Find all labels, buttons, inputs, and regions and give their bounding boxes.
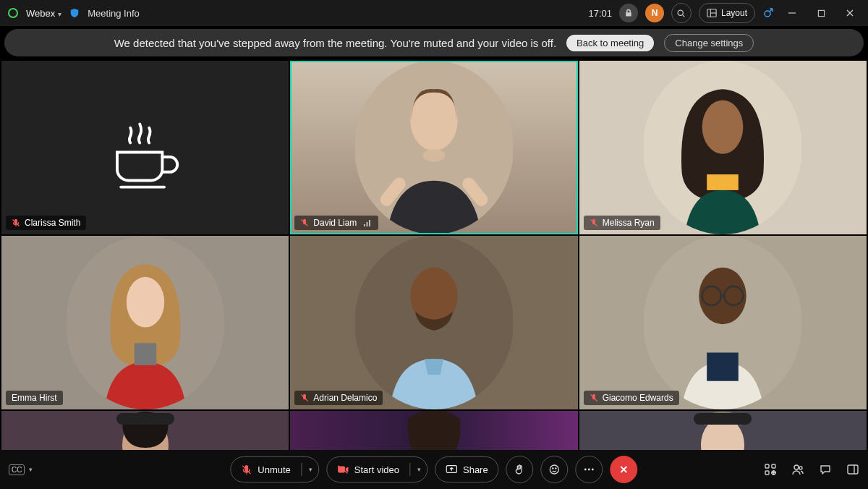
svg-rect-41 <box>116 413 174 425</box>
video-tile[interactable] <box>579 411 867 450</box>
window-minimize-icon[interactable] <box>781 7 803 19</box>
video-tile[interactable]: Clarissa Smith <box>1 61 289 234</box>
svg-rect-65 <box>848 465 858 474</box>
svg-point-0 <box>9 9 17 17</box>
video-tile[interactable]: Adrian Delamico <box>290 236 577 409</box>
svg-rect-44 <box>694 413 752 425</box>
participant-name: Emma Hirst <box>12 393 57 403</box>
window-maximize-icon[interactable] <box>810 7 832 19</box>
participant-nametag: Emma Hirst <box>6 391 63 405</box>
change-settings-button[interactable]: Change settings <box>664 34 754 52</box>
mic-muted-icon <box>590 218 598 227</box>
app-name[interactable]: Webex▾ <box>26 8 61 19</box>
chevron-down-icon[interactable]: ▾ <box>309 466 312 473</box>
search-icon[interactable] <box>671 3 692 23</box>
svg-point-52 <box>584 469 587 471</box>
mic-muted-icon <box>12 218 20 227</box>
mic-muted-icon <box>300 218 309 227</box>
participant-nametag: Melissa Ryan <box>584 216 660 230</box>
svg-point-1 <box>678 10 684 15</box>
closed-captions-button[interactable]: CC ▾ <box>9 464 33 475</box>
participant-name: David Liam <box>313 218 357 228</box>
svg-rect-59 <box>765 471 769 475</box>
raise-hand-button[interactable] <box>506 456 534 483</box>
participant-video-placeholder <box>354 61 514 234</box>
svg-point-54 <box>592 469 594 471</box>
layout-button[interactable]: Layout <box>699 3 755 23</box>
meeting-info-button[interactable]: Meeting Info <box>88 8 140 19</box>
signal-bars-icon <box>364 219 373 226</box>
svg-point-51 <box>556 468 556 469</box>
gender-icon[interactable] <box>762 7 774 19</box>
svg-point-17 <box>410 90 457 150</box>
svg-line-2 <box>683 14 684 16</box>
participant-name: Clarissa Smith <box>25 218 80 228</box>
share-button[interactable]: Share <box>435 456 499 482</box>
mic-muted-icon <box>300 394 309 402</box>
lock-icon[interactable] <box>619 4 638 22</box>
avatar[interactable]: N <box>645 4 664 22</box>
banner-message: We detected that you've stepped away fro… <box>114 37 556 49</box>
back-to-meeting-button[interactable]: Back to meeting <box>566 35 654 51</box>
participant-name: Adrian Delamico <box>313 393 377 403</box>
panel-icon[interactable] <box>846 464 859 475</box>
participant-video-placeholder <box>362 411 506 450</box>
participants-icon[interactable] <box>791 463 804 476</box>
video-tile[interactable] <box>290 411 577 450</box>
participant-video-placeholder <box>643 61 802 234</box>
away-coffee-icon <box>98 101 192 195</box>
leave-meeting-button[interactable] <box>610 456 638 483</box>
svg-point-28 <box>126 277 163 328</box>
svg-rect-11 <box>818 10 824 16</box>
participant-video-placeholder <box>73 411 218 450</box>
participant-nametag: Giacomo Edwards <box>584 391 679 405</box>
svg-rect-25 <box>707 174 739 190</box>
svg-rect-38 <box>707 352 739 380</box>
participant-nametag: Adrian Delamico <box>294 391 383 405</box>
svg-rect-21 <box>367 222 368 226</box>
participant-video-placeholder <box>354 236 514 409</box>
away-banner: We detected that you've stepped away fro… <box>4 29 864 56</box>
apps-icon[interactable] <box>764 463 777 476</box>
video-tile[interactable]: Emma Hirst <box>1 236 289 409</box>
svg-rect-29 <box>134 343 156 365</box>
unmute-button[interactable]: Unmute ▾ <box>230 456 319 482</box>
participant-nametag: David Liam <box>294 216 378 230</box>
video-grid: Clarissa Smith David Liam Meli <box>0 61 868 450</box>
mic-muted-icon <box>241 464 252 475</box>
chat-icon[interactable] <box>819 463 832 476</box>
svg-point-18 <box>423 149 446 161</box>
svg-point-49 <box>550 465 559 474</box>
participant-name: Melissa Ryan <box>603 218 655 228</box>
chevron-down-icon: ▾ <box>58 10 61 18</box>
participant-video-placeholder <box>66 236 225 409</box>
video-tile[interactable]: David Liam <box>290 61 577 234</box>
window-close-icon[interactable] <box>839 7 861 19</box>
svg-point-50 <box>553 468 553 469</box>
chevron-down-icon[interactable]: ▾ <box>417 466 421 473</box>
video-tile[interactable] <box>1 411 289 450</box>
video-tile[interactable]: Melissa Ryan <box>579 61 867 234</box>
svg-point-24 <box>702 101 744 154</box>
webex-logo-icon <box>7 7 19 19</box>
svg-rect-57 <box>765 464 769 468</box>
video-tile[interactable]: Giacomo Edwards <box>579 236 867 409</box>
participant-video-placeholder <box>643 236 802 409</box>
svg-point-6 <box>765 11 770 17</box>
svg-rect-22 <box>369 220 370 226</box>
mic-muted-icon <box>590 394 598 402</box>
camera-off-icon <box>337 464 349 475</box>
reactions-button[interactable] <box>541 456 569 483</box>
title-bar: Webex▾ Meeting Info 17:01 N Layout <box>0 0 868 26</box>
participant-nametag: Clarissa Smith <box>6 216 86 230</box>
clock: 17:01 <box>588 8 612 19</box>
svg-rect-20 <box>364 224 365 226</box>
svg-point-64 <box>799 467 802 469</box>
meeting-toolbar: CC ▾ Unmute ▾ Start video ▾ Share <box>0 450 868 489</box>
more-options-button[interactable] <box>576 456 603 483</box>
start-video-button[interactable]: Start video ▾ <box>326 456 427 482</box>
svg-point-53 <box>588 469 590 471</box>
share-screen-icon <box>446 464 457 475</box>
svg-rect-58 <box>772 464 775 468</box>
svg-rect-46 <box>338 467 345 473</box>
